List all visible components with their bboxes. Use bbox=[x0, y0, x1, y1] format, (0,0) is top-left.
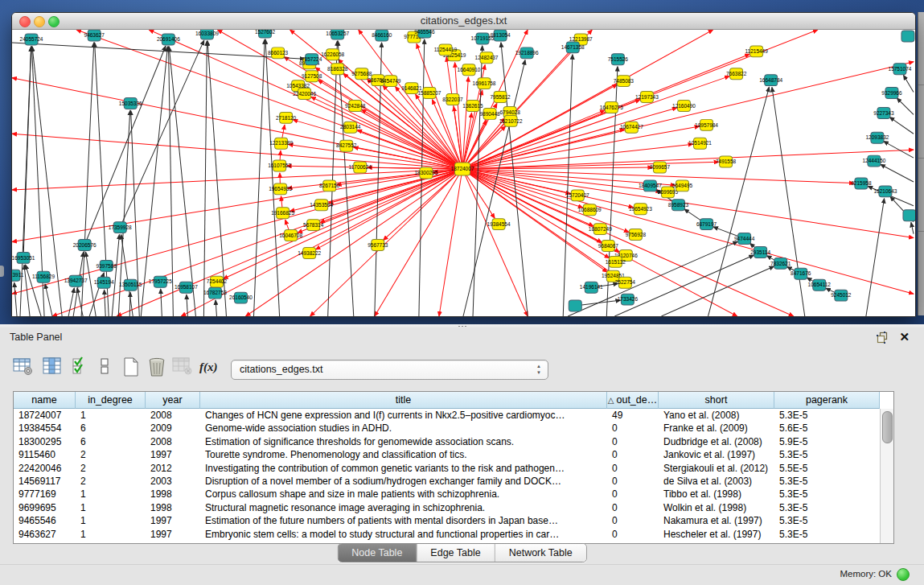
table-cell[interactable]: 2008 bbox=[146, 409, 200, 422]
column-header-year[interactable]: year bbox=[146, 392, 200, 409]
table-cell[interactable]: 9463627 bbox=[14, 528, 76, 541]
table-cell[interactable]: 18724007 bbox=[14, 409, 76, 422]
table-cell[interactable]: 5.3E-5 bbox=[774, 409, 880, 422]
table-cell[interactable]: Franke et al. (2009) bbox=[659, 422, 774, 435]
graph-edge[interactable] bbox=[141, 47, 167, 316]
table-cell[interactable]: 2008 bbox=[146, 435, 200, 448]
table-cell[interactable]: 1997 bbox=[146, 448, 200, 461]
graph-edge[interactable] bbox=[12, 169, 462, 190]
select-all-rows-icon[interactable] bbox=[71, 356, 92, 377]
table-row[interactable]: 1830029562008Estimation of significance … bbox=[14, 435, 881, 448]
table-cell[interactable]: 1 bbox=[76, 528, 146, 541]
table-cell[interactable]: 0 bbox=[607, 514, 659, 527]
graph-edge[interactable] bbox=[14, 282, 17, 316]
graph-edge[interactable] bbox=[105, 290, 106, 316]
tab-node-table[interactable]: Node Table bbox=[338, 544, 417, 562]
graph-edge[interactable] bbox=[169, 47, 174, 316]
panel-grip[interactable] bbox=[0, 266, 4, 277]
table-cell[interactable]: Wolkin et al. (1998) bbox=[659, 501, 774, 514]
graph-edge[interactable] bbox=[462, 169, 583, 208]
table-cell[interactable]: 49 bbox=[607, 409, 659, 422]
table-cell[interactable]: 1998 bbox=[146, 488, 200, 501]
tab-edge-table[interactable]: Edge Table bbox=[417, 544, 495, 562]
table-row[interactable]: 2242004622012Investigating the contribut… bbox=[14, 462, 881, 475]
graph-edge[interactable] bbox=[501, 43, 528, 316]
table-cell[interactable]: 0 bbox=[607, 488, 659, 501]
graph-edge[interactable] bbox=[12, 43, 305, 59]
graph-edge[interactable] bbox=[568, 241, 737, 316]
table-cell[interactable]: 1997 bbox=[146, 514, 200, 527]
table-cell[interactable]: 9115460 bbox=[14, 448, 76, 461]
graph-edge[interactable] bbox=[95, 43, 109, 316]
table-mode-icon[interactable] bbox=[13, 356, 34, 377]
graph-edge[interactable] bbox=[305, 89, 462, 169]
table-cell[interactable]: 0 bbox=[607, 448, 659, 461]
graph-edge[interactable] bbox=[12, 78, 462, 169]
graph-edge[interactable] bbox=[45, 284, 52, 316]
table-cell[interactable]: Dudbridge et al. (2008) bbox=[659, 435, 774, 448]
show-columns-icon[interactable] bbox=[42, 356, 63, 377]
table-cell[interactable]: 5.6E-5 bbox=[774, 422, 880, 435]
graph-edge[interactable] bbox=[120, 40, 204, 227]
graph-edge[interactable] bbox=[889, 117, 914, 134]
table-cell[interactable]: 5.3E-5 bbox=[774, 528, 880, 541]
table-row[interactable]: 969969511998Structural magnetic resonanc… bbox=[14, 501, 881, 514]
table-cell[interactable]: 6 bbox=[76, 422, 146, 435]
graph-edge[interactable] bbox=[897, 98, 914, 115]
column-header-name[interactable]: name bbox=[14, 392, 76, 409]
table-cell[interactable]: 9699695 bbox=[14, 501, 76, 514]
table-cell[interactable]: 1998 bbox=[146, 501, 200, 514]
graph-edge[interactable] bbox=[338, 41, 354, 316]
table-cell[interactable]: 9777169 bbox=[14, 488, 76, 501]
float-panel-icon[interactable] bbox=[877, 332, 889, 344]
column-header-in_degree[interactable]: in_degree bbox=[76, 392, 146, 409]
graph-edge[interactable] bbox=[68, 288, 74, 316]
table-cell[interactable]: Estimation of the future numbers of pati… bbox=[200, 514, 607, 527]
table-cell[interactable]: 5.9E-5 bbox=[774, 435, 880, 448]
table-cell[interactable]: 2009 bbox=[146, 422, 200, 435]
graph-edge[interactable] bbox=[23, 47, 31, 258]
row-height-icon[interactable] bbox=[98, 356, 119, 377]
graph-edge[interactable] bbox=[455, 63, 462, 169]
table-cell[interactable]: Tibbo et al. (1998) bbox=[659, 488, 774, 501]
memory-status-icon[interactable] bbox=[897, 568, 910, 581]
graph-edge[interactable] bbox=[203, 41, 207, 316]
table-row[interactable]: 1456911722003Disruption of a novel membe… bbox=[14, 475, 881, 488]
scrollbar-thumb[interactable] bbox=[882, 411, 893, 443]
function-builder-icon[interactable]: f(x) bbox=[199, 356, 220, 377]
table-row[interactable]: 946554611997Estimation of the future num… bbox=[14, 514, 881, 527]
table-cell[interactable]: Disruption of a novel member of a sodium… bbox=[200, 475, 607, 488]
table-cell[interactable]: Yano et al. (2008) bbox=[659, 409, 774, 422]
graph-edge[interactable] bbox=[328, 41, 338, 316]
graph-edge[interactable] bbox=[161, 289, 162, 316]
graph-edge[interactable] bbox=[614, 255, 754, 316]
graph-edge[interactable] bbox=[207, 41, 226, 316]
table-cell[interactable]: 5.5E-5 bbox=[774, 462, 880, 475]
graph-edge[interactable] bbox=[866, 199, 885, 316]
vertical-scrollbar[interactable] bbox=[880, 409, 893, 543]
table-cell[interactable]: Stergiakouli et al. (2012) bbox=[659, 462, 774, 475]
table-cell[interactable]: Structural magnetic resonance image aver… bbox=[200, 501, 607, 514]
table-cell[interactable]: 5.3E-5 bbox=[774, 501, 880, 514]
graph-edge[interactable] bbox=[439, 169, 462, 316]
table-cell[interactable]: 2 bbox=[76, 448, 146, 461]
table-cell[interactable]: 5.3E-5 bbox=[774, 475, 880, 488]
table-cell[interactable]: 1 bbox=[76, 409, 146, 422]
table-cell[interactable]: 19384554 bbox=[14, 422, 76, 435]
table-cell[interactable]: 0 bbox=[607, 475, 659, 488]
table-cell[interactable]: Nakamura et al. (1997) bbox=[659, 514, 774, 527]
table-row[interactable]: 946362711997Embryonic stem cells: a mode… bbox=[14, 528, 881, 541]
graph-edge[interactable] bbox=[661, 266, 774, 316]
table-cell[interactable]: Tourette syndrome. Phenomenology and cla… bbox=[200, 448, 607, 461]
table-cell[interactable]: 5.3E-5 bbox=[774, 448, 880, 461]
table-cell[interactable]: 18300295 bbox=[14, 435, 76, 448]
table-cell[interactable]: 0 bbox=[607, 435, 659, 448]
column-header-short[interactable]: short bbox=[659, 392, 774, 409]
collapsed-panel-strip[interactable] bbox=[918, 12, 924, 315]
table-cell[interactable]: 1 bbox=[76, 501, 146, 514]
table-cell[interactable]: Genome-wide association studies in ADHD. bbox=[200, 422, 607, 435]
table-cell[interactable]: 0 bbox=[607, 422, 659, 435]
table-cell[interactable]: Investigating the contribution of common… bbox=[200, 462, 607, 475]
create-column-icon[interactable] bbox=[121, 356, 142, 377]
graph-edge[interactable] bbox=[462, 169, 528, 316]
